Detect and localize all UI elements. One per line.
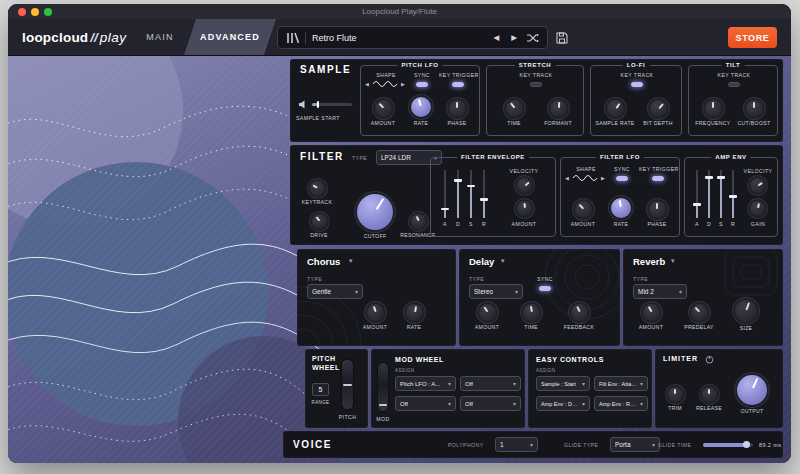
mod-wheel-assign-2-dropdown[interactable]: Off ▾ (460, 376, 521, 391)
knob-label: RATE (407, 324, 422, 330)
chorus-type-dropdown[interactable]: Gentle ▾ (307, 284, 363, 299)
filter-attack-slider[interactable] (441, 170, 449, 218)
pitch-lfo-sync-toggle[interactable] (416, 82, 428, 87)
knob-label: PHASE (647, 221, 666, 227)
limiter-release-knob[interactable] (702, 387, 717, 402)
pitch-lfo-phase-knob[interactable] (449, 100, 466, 117)
logo-play: play (100, 30, 127, 45)
delay-type-dropdown[interactable]: Stereo ▾ (469, 284, 523, 299)
pitch-range-value[interactable]: 5 (312, 383, 329, 396)
chorus-menu-button[interactable]: ▾ (349, 257, 353, 265)
pitch-lfo-rate-knob[interactable] (411, 97, 431, 117)
shape-prev-button[interactable]: ◀ (565, 175, 569, 181)
lofi-sample-rate-knob[interactable] (607, 100, 624, 117)
filter-lfo-key-trigger-toggle[interactable] (652, 176, 664, 181)
filter-type-label: TYPE (352, 155, 372, 161)
delay-feedback-knob[interactable] (571, 304, 588, 321)
filter-drive-knob[interactable] (312, 214, 327, 229)
filter-lfo-sync-toggle[interactable] (616, 176, 628, 181)
preset-browser-bar[interactable]: Retro Flute ◀ ▶ (277, 26, 548, 49)
minimize-button[interactable] (31, 8, 39, 16)
stretch-formant-knob[interactable] (550, 100, 567, 117)
limiter-trim-knob[interactable] (668, 387, 683, 402)
mod-wheel-assign-4-dropdown[interactable]: Off ▾ (460, 396, 521, 411)
filter-lfo-phase-knob[interactable] (649, 201, 666, 218)
easy-control-1-dropdown[interactable]: Sample : Start ▾ (536, 376, 590, 391)
mod-wheel-panel: MOD MOD WHEEL ASSIGN Pitch LFO : A... ▾ … (371, 349, 525, 428)
amp-sustain-slider[interactable] (717, 170, 725, 218)
mod-wheel-title: MOD WHEEL (395, 356, 444, 363)
stretch-key-track-toggle[interactable] (530, 82, 542, 87)
delay-sync-toggle[interactable] (539, 286, 551, 291)
filter-env-amount-knob[interactable] (517, 201, 532, 216)
pitch-lfo-key-trigger-toggle[interactable] (452, 82, 464, 87)
store-button[interactable]: STORE (728, 27, 777, 48)
filter-resonance-knob[interactable] (411, 214, 426, 229)
tilt-cut-boost-knob[interactable] (746, 100, 763, 117)
delay-amount-knob[interactable] (479, 304, 496, 321)
glide-time-slider[interactable] (703, 443, 753, 447)
filter-release-slider[interactable] (480, 170, 488, 218)
knob-label: CUTOFF (364, 233, 387, 239)
chorus-rate-knob[interactable] (406, 304, 423, 321)
glide-type-dropdown[interactable]: Porta ▾ (610, 437, 660, 452)
close-button[interactable] (18, 8, 26, 16)
reverb-type-dropdown[interactable]: Mid 2 ▾ (633, 284, 687, 299)
next-preset-button[interactable]: ▶ (508, 33, 520, 42)
previous-preset-button[interactable]: ◀ (490, 33, 502, 42)
chorus-amount-knob[interactable] (367, 304, 384, 321)
filter-env-velocity-knob[interactable] (517, 178, 532, 193)
pitch-wheel-label: PITCH (336, 414, 359, 420)
limiter-output-knob[interactable] (737, 375, 767, 405)
easy-control-3-dropdown[interactable]: Amp Env : De... ▾ (536, 396, 590, 411)
amp-decay-slider[interactable] (705, 170, 713, 218)
reverb-menu-button[interactable]: ▾ (671, 257, 675, 265)
pitch-lfo-amount-knob[interactable] (375, 100, 392, 117)
filter-lfo-rate-knob[interactable] (611, 198, 631, 218)
tab-advanced-label: ADVANCED (200, 32, 260, 42)
filter-keytrack-knob[interactable] (310, 181, 325, 196)
amp-env-gain-knob[interactable] (750, 201, 765, 216)
shape-next-button[interactable]: ▶ (601, 175, 605, 181)
lofi-bit-depth-knob[interactable] (650, 100, 667, 117)
easy-control-4-dropdown[interactable]: Amp Env : Re... ▾ (594, 396, 648, 411)
reverb-predelay-knob[interactable] (691, 304, 708, 321)
pitch-lfo-group: PITCH LFO SHAPE ◀ ▶ SYNC KEY TRIGGER AMO… (360, 65, 480, 136)
filter-lfo-amount-knob[interactable] (575, 201, 592, 218)
shuffle-icon[interactable] (526, 33, 539, 43)
knob-label: BIT DEPTH (643, 120, 673, 126)
filter-cutoff-knob[interactable] (357, 194, 393, 230)
delay-time-knob[interactable] (523, 304, 540, 321)
filter-decay-slider[interactable] (454, 170, 462, 218)
sample-start-slider[interactable] (312, 103, 352, 106)
mod-wheel-assign-1-dropdown[interactable]: Pitch LFO : A... ▾ (395, 376, 456, 391)
key-trigger-label: KEY TRIGGER (439, 72, 477, 78)
tab-main[interactable]: MAIN (136, 19, 184, 55)
tab-advanced[interactable]: ADVANCED (184, 19, 276, 55)
delay-menu-button[interactable]: ▾ (501, 257, 505, 265)
knob-label: RATE (614, 221, 629, 227)
tilt-key-track-toggle[interactable] (728, 82, 740, 87)
tilt-frequency-knob[interactable] (705, 100, 722, 117)
mod-wheel[interactable] (377, 362, 389, 412)
reverb-amount-knob[interactable] (643, 304, 660, 321)
amp-attack-slider[interactable] (693, 170, 701, 218)
easy-control-2-dropdown[interactable]: Filt Env : Atta... ▾ (594, 376, 648, 391)
pitch-wheel[interactable] (341, 359, 354, 410)
pitch-wheel-title: PITCH WHEEL (312, 355, 340, 372)
assign-label: ASSIGN (395, 368, 425, 373)
pitch-wheel-title-line1: PITCH (312, 355, 340, 364)
save-icon[interactable] (556, 32, 568, 44)
shape-next-button[interactable]: ▶ (401, 81, 405, 87)
mod-wheel-assign-3-dropdown[interactable]: Off ▾ (395, 396, 456, 411)
zoom-button[interactable] (44, 8, 52, 16)
stretch-time-knob[interactable] (506, 100, 523, 117)
filter-sustain-slider[interactable] (467, 170, 475, 218)
amp-env-velocity-knob[interactable] (750, 178, 765, 193)
lofi-key-track-toggle[interactable] (631, 82, 643, 87)
amp-release-slider[interactable] (729, 170, 737, 218)
polyphony-dropdown[interactable]: 1 ▾ (495, 437, 538, 452)
limiter-power-icon[interactable] (705, 355, 714, 364)
reverb-size-knob[interactable] (735, 300, 757, 322)
shape-prev-button[interactable]: ◀ (365, 81, 369, 87)
